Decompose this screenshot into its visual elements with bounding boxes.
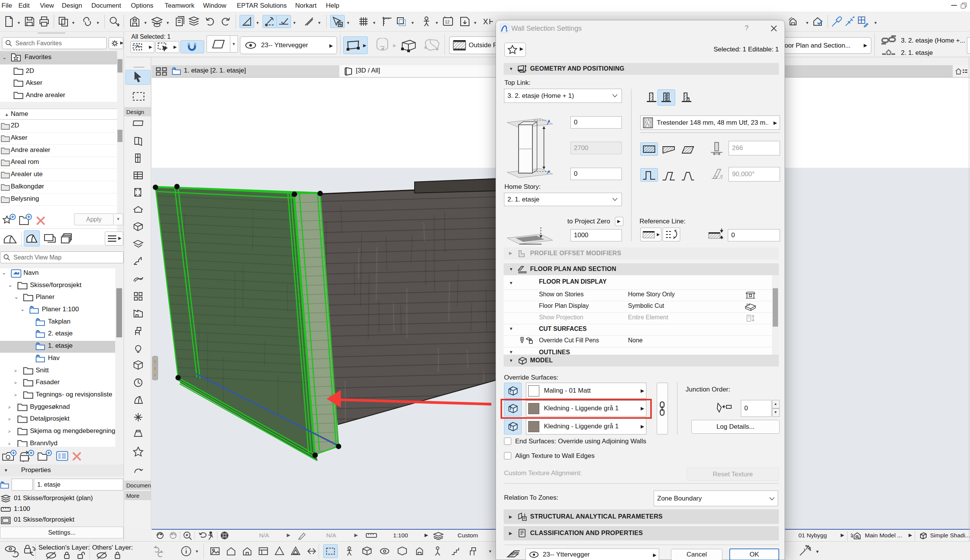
svg-text:12: 12 [445,20,450,24]
svg-text:α: α [720,173,723,179]
